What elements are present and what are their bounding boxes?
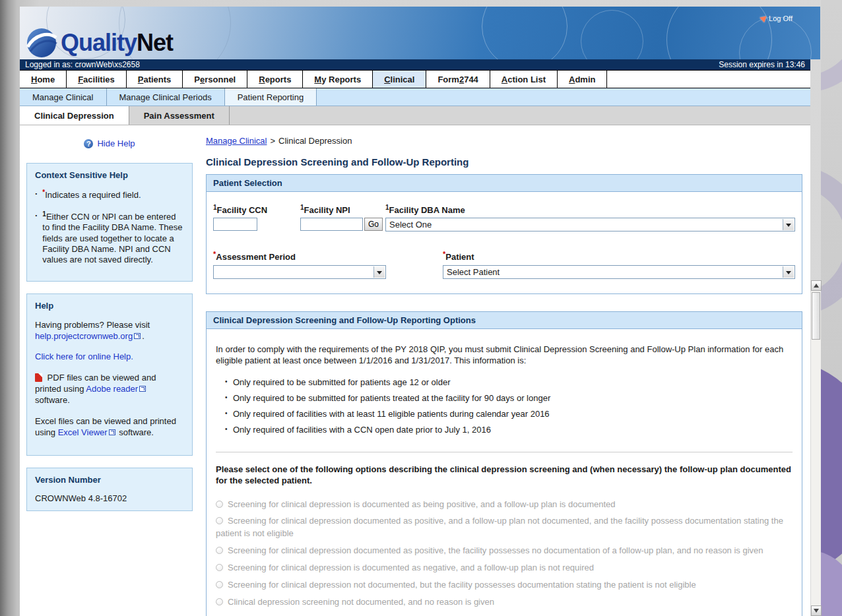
screening-option-row: Screening for clinical depression docume… [216,545,793,557]
crownweb-help-site-link[interactable]: help.projectcrownweb.org [35,331,133,341]
screening-options-list: Screening for clinical depression is doc… [216,499,793,609]
help-paragraph: Click here for online Help. [35,352,184,363]
page-content: Hide Help Context Sensitive Help · *Indi… [20,125,810,616]
screening-option-row: Screening for clinical depression not do… [216,579,793,592]
hide-help-link[interactable]: Hide Help [97,139,135,148]
nav-tab-personnel[interactable]: Personnel [183,71,247,88]
main-column: Manage Clinical>Clinical Depression Clin… [193,133,810,616]
help-box-title: Help [35,301,184,311]
requirement-bullet: Only required of facilities with at leas… [225,409,793,419]
screening-option-row: Screening for clinical depression is doc… [216,499,793,511]
screening-option-row: Clinical depression screening not docume… [216,596,793,609]
clinical-subnav: Manage Clinical Manage Clinical Periods … [20,88,810,106]
scroll-up-button[interactable] [811,280,822,291]
context-help-item: · 1Either CCN or NPI can be entered to f… [35,210,184,266]
breadcrumb: Manage Clinical>Clinical Depression [206,136,802,146]
facility-npi-input[interactable] [300,218,363,231]
help-paragraph: Having problems? Please visit help.proje… [35,320,184,342]
nav-tab-my-reports[interactable]: My Reports [303,71,373,88]
banner-swirl [581,10,643,59]
nav-tab-reports[interactable]: Reports [247,71,303,88]
nav-tab-action-list[interactable]: Action List [490,71,558,88]
breadcrumb-manage-clinical-link[interactable]: Manage Clinical [206,136,267,146]
nav-tab-form-2744[interactable]: Form 2744 [426,71,490,88]
adobe-reader-link[interactable]: Adobe reader [86,384,138,394]
screening-option-label: Screening for clinical depression is doc… [228,499,616,509]
tab-pain-assessment[interactable]: Pain Assessment [129,106,230,125]
reporting-options-panel: Clinical Depression Screening and Follow… [206,311,802,616]
nav-tab-clinical[interactable]: Clinical [373,71,426,88]
dropdown-arrow-icon [783,219,794,230]
context-sensitive-help-box: Context Sensitive Help · *Indicates a re… [26,163,193,282]
online-help-link[interactable]: Click here for online Help. [35,352,133,361]
excel-viewer-link[interactable]: Excel Viewer [58,427,108,437]
reporting-options-header: Clinical Depression Screening and Follow… [207,312,802,329]
external-link-icon [109,429,115,435]
help-icon [84,139,93,148]
nav-tab-home[interactable]: Home [20,71,67,88]
option-select-prompt: Please select one of the following optio… [216,464,793,487]
requirement-bullet: Only required to be submitted for patien… [225,377,793,387]
radio-button[interactable] [216,598,223,605]
patient-selection-header: Patient Selection [207,175,802,192]
screening-option-label: Clinical depression screening not docume… [228,597,494,607]
facility-dba-select[interactable]: Select One [385,218,795,231]
subnav-tab-manage-clinical[interactable]: Manage Clinical [20,88,107,106]
external-link-icon [139,386,146,392]
facility-dba-selected-value: Select One [389,220,432,230]
go-button[interactable]: Go [364,218,383,231]
logo-text-net: Net [137,29,173,57]
logo-text-quality: Quality [61,29,137,57]
assessment-period-field: *Assessment Period [213,250,386,278]
nav-tab-facilities[interactable]: Facilities [67,71,127,88]
version-box: Version Number CROWNWeb 4.8-16702 [26,468,193,512]
screening-option-label: Screening for clinical depression is doc… [228,563,594,572]
up-arrow-icon [814,281,819,288]
tab-clinical-depression[interactable]: Clinical Depression [20,106,129,125]
patient-field: *Patient Select Patient [443,250,795,278]
nav-tab-patients[interactable]: Patients [127,71,183,88]
radio-button[interactable] [216,564,223,571]
facility-dba-label: 1Facility DBA Name [385,204,795,215]
subnav-tab-manage-clinical-periods[interactable]: Manage Clinical Periods [107,88,225,106]
patient-select[interactable]: Select Patient [443,265,795,279]
help-paragraph: PDF files can be viewed and printed usin… [35,373,184,406]
requirement-bullet: Only required of facilities with a CCN o… [225,425,793,435]
facility-ccn-label: 1Facility CCN [213,204,300,215]
facility-npi-field: 1Facility NPI Go [300,204,385,231]
app-window: Log Off QualityNet Logged in as: crownWe… [20,7,810,616]
help-paragraph: Excel files can be viewed and printed us… [35,416,184,439]
deco-ring [821,0,842,92]
log-off-link[interactable]: Log Off [760,15,793,22]
pdf-icon [35,373,42,382]
help-box: Help Having problems? Please visit help.… [26,293,193,455]
breadcrumb-separator: > [271,136,276,146]
vertical-scrollbar[interactable] [810,280,821,616]
scrollbar-thumb[interactable] [812,292,820,340]
requirement-bullet: Only required to be submitted for patien… [225,393,793,403]
radio-button[interactable] [216,581,223,588]
assessment-period-select[interactable] [213,265,386,279]
banner-swirl [482,7,567,59]
logged-in-as: Logged in as: crownWeb\xs2658 [25,60,140,69]
context-help-title: Context Sensitive Help [35,170,184,181]
log-off-label: Log Off [769,15,793,22]
facility-ccn-field: 1Facility CCN [213,204,300,231]
session-expires: Session expires in 13:46 [719,60,805,69]
version-value: CROWNWeb 4.8-16702 [35,493,184,504]
radio-button[interactable] [216,547,223,554]
help-sidebar: Hide Help Context Sensitive Help · *Indi… [20,133,193,616]
nav-tab-admin[interactable]: Admin [558,71,607,88]
patient-label: *Patient [443,250,795,262]
deco-purple-blob [821,359,842,577]
radio-button[interactable] [216,501,223,508]
context-help-item: · *Indicates a required field. [35,189,184,201]
radio-button[interactable] [216,517,223,524]
scroll-down-button[interactable] [811,605,822,616]
subnav-tab-patient-reporting[interactable]: Patient Reporting [225,88,317,106]
qip-requirements-intro: In order to comply with the requirements… [216,344,793,367]
facility-ccn-input[interactable] [213,218,257,231]
dropdown-arrow-icon [783,266,794,278]
breadcrumb-current: Clinical Depression [278,136,352,146]
decorative-right-strip [821,0,842,616]
